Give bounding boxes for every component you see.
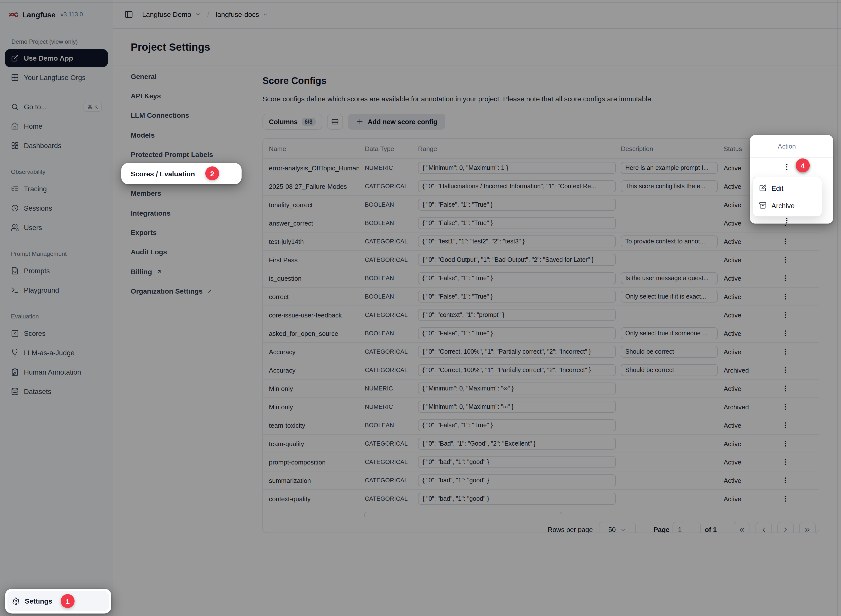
edit-icon [759,184,766,192]
row-actions-menu: Edit Archive [753,177,822,217]
row-actions-cell [750,158,833,176]
app-window: Langfuse v3.113.0 Demo Project (view onl… [0,0,841,616]
callout-badge-2: 2 [205,166,219,180]
action-column-spotlight: Action 3 Edit Archive 4 [750,135,833,224]
tutorial-dim-overlay [0,0,841,616]
row-actions-button[interactable] [781,161,793,173]
callout-badge-1: 1 [61,594,75,608]
settings-nav-scores-evaluation-active[interactable]: Scores / Evaluation 2 [121,163,241,184]
gear-icon [12,597,20,605]
kebab-icon [783,163,791,171]
callout-badge-4: 4 [796,158,810,172]
menu-item-edit[interactable]: Edit [753,179,822,197]
kebab-icon [783,217,791,224]
sidebar-item-settings[interactable]: Settings 1 [5,589,111,613]
action-column-header: Action [750,135,833,158]
archive-icon [759,202,766,209]
menu-item-archive[interactable]: Archive [753,197,822,214]
